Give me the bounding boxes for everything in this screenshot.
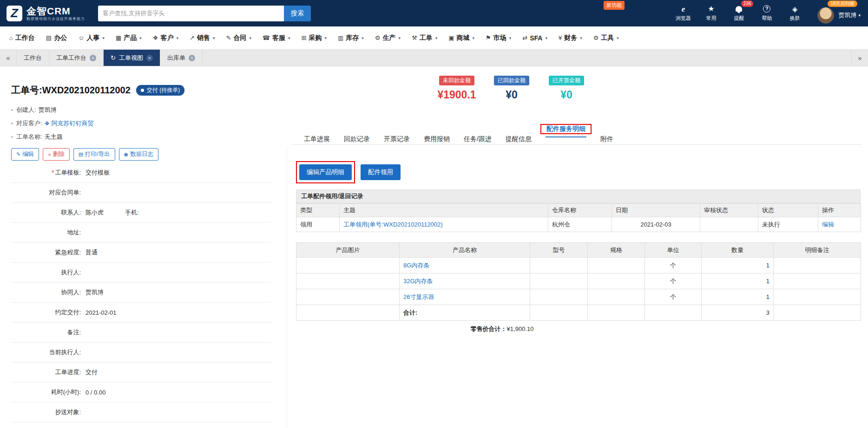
edit-button[interactable]: ✎编辑	[11, 148, 39, 161]
tab-progress[interactable]: 工单进展	[303, 124, 331, 148]
cell-qty: 1	[702, 289, 774, 305]
tabs-scroll-left[interactable]: «	[0, 50, 17, 66]
field-extra-label: 手机:	[125, 208, 139, 217]
nav-item-market[interactable]: ⚑市场▾	[480, 26, 517, 49]
tab-attachments[interactable]: 附件	[599, 124, 614, 148]
product-name-link[interactable]: 8G内存条	[400, 258, 530, 273]
close-icon[interactable]: ×	[90, 55, 96, 61]
nav-item-product[interactable]: ▦产品▾	[110, 26, 147, 49]
tab-invoice-records[interactable]: 开票记录	[383, 124, 411, 148]
meta-creator: 创建人: 贾凯博	[11, 103, 184, 117]
topbar-item-browser[interactable]: e 浏览器	[675, 5, 691, 22]
order-number: 工单号:WXD2021020112002	[11, 84, 131, 97]
retail-total-label: 零售价合计：	[471, 325, 507, 332]
topbar-item-help[interactable]: ? 帮助	[759, 5, 775, 22]
product-name-link[interactable]: 26寸显示器	[400, 289, 530, 305]
user-menu[interactable]: 贾凯博 ▾	[838, 11, 861, 19]
nav-item-inventory[interactable]: ▥库存▾	[332, 26, 369, 49]
nav-item-hr[interactable]: ☺人事▾	[72, 26, 110, 49]
field-value: 普通	[85, 248, 98, 257]
nav-item-mall[interactable]: ▣商城▾	[443, 26, 480, 49]
nav-item-customer[interactable]: ❖客户▾	[147, 26, 184, 49]
shop-icon: ▣	[448, 34, 454, 41]
nav-item-workorder[interactable]: ⚒工单▾	[406, 26, 443, 49]
record-edit-link[interactable]: 编辑	[818, 217, 861, 232]
nav-item-purchase[interactable]: ⊞采购▾	[296, 26, 332, 49]
nav-label: 客服	[272, 34, 285, 42]
tab-workorder-workbench[interactable]: 工单工作台×	[49, 50, 104, 66]
skin-icon: ◈	[792, 6, 798, 13]
search-button[interactable]: 搜索	[284, 6, 311, 21]
topbar-item-reminder[interactable]: 236 提醒	[731, 5, 747, 22]
tab-outbound-order[interactable]: 出库单×	[160, 50, 203, 66]
cell-model	[530, 258, 588, 273]
chevron-down-icon: ▾	[473, 36, 475, 40]
app-logo[interactable]: Z 金智CRM 数据驱动助力企业提升服务能力	[7, 6, 85, 21]
delete-button[interactable]: ×删除	[43, 148, 69, 161]
data-log-button[interactable]: ◉数据日志	[119, 148, 159, 161]
tab-workbench[interactable]: 工作台	[17, 50, 49, 66]
nav-label: 产品	[124, 34, 137, 42]
parts-requisition-button[interactable]: 配件领用	[361, 164, 401, 180]
tab-parts-service-detail[interactable]: 配件服务明细	[546, 114, 586, 137]
chevron-down-icon: ▾	[139, 36, 142, 40]
nav-label: 工具	[601, 34, 614, 42]
nav-item-service[interactable]: ☎客服▾	[257, 26, 296, 49]
nav-item-workbench[interactable]: ⌂工作台	[4, 26, 40, 49]
field-label: 工单进度:	[55, 369, 81, 376]
field-contact: 联系人:陈小虎手机:	[11, 203, 271, 223]
global-search: 搜索	[98, 6, 311, 21]
field-cc: 抄送对象:	[11, 402, 271, 422]
print-export-button[interactable]: ▤打印/导出	[73, 148, 115, 161]
total-qty: 3	[702, 305, 774, 321]
table-row: 26寸显示器 个 1	[296, 289, 861, 305]
tab-tasks[interactable]: 任务/跟进	[463, 124, 493, 148]
nav-item-production[interactable]: ⚙生产▾	[369, 26, 406, 49]
detail-tabs: 工单进展 回款记录 开票记录 费用报销 任务/跟进 提醒信息 配件服务明细 附件	[303, 124, 614, 148]
nav-item-sales[interactable]: ↗销售▾	[184, 26, 220, 49]
topbar-item-skin[interactable]: ◈ 换肤	[787, 5, 802, 22]
nav-item-contract[interactable]: ✎合同▾	[220, 26, 256, 49]
customer-link[interactable]: ❖阿克苏钉钉商贸	[45, 119, 94, 128]
order-actions: ✎编辑 ×删除 ▤打印/导出 ◉数据日志	[11, 148, 184, 161]
cell-image	[296, 258, 400, 273]
avatar[interactable]	[817, 7, 834, 24]
nav-item-office[interactable]: ▤办公	[40, 26, 72, 49]
monitor-icon: ▤	[46, 34, 52, 41]
yuan-icon: ¥	[559, 34, 562, 41]
brand-tagline: 数据驱动助力企业提升服务能力	[26, 17, 85, 21]
dot-icon	[11, 109, 13, 111]
tab-reminders[interactable]: 提醒信息	[505, 124, 533, 148]
amount-label: 已开票金额	[549, 76, 584, 85]
favorites-label: 常用	[706, 15, 716, 22]
tabs-scroll-right[interactable]: »	[851, 50, 868, 66]
tabbar-spacer	[203, 50, 851, 66]
field-contract: 对应合同单:	[11, 183, 271, 203]
brand-name: 金智CRM	[26, 6, 85, 16]
col-qty: 数量	[702, 243, 774, 258]
search-input[interactable]	[98, 6, 284, 21]
field-current-executor: 当前执行人:	[11, 343, 271, 363]
close-icon[interactable]: ×	[146, 55, 153, 61]
nav-label: 工单	[420, 34, 433, 42]
product-name-link[interactable]: 32G内存条	[400, 273, 530, 289]
table-row: 领用 工单领用(单号:WXD2021020112002) 杭州仓 2021-02…	[296, 217, 861, 232]
chevron-down-icon: ▾	[858, 13, 861, 18]
tab-expense[interactable]: 费用报销	[423, 124, 451, 148]
record-subject-link[interactable]: 工单领用(单号:WXD2021020112002)	[340, 217, 548, 232]
nav-item-tools[interactable]: ⚙工具▾	[588, 26, 625, 49]
cell-unit: 个	[645, 258, 702, 273]
required-marker: *	[52, 169, 54, 176]
edit-product-detail-button[interactable]: 编辑产品明细	[299, 164, 352, 180]
field-label: 工单模板:	[55, 169, 81, 176]
amount-value: ¥1900.1	[437, 89, 476, 101]
close-icon[interactable]: ×	[189, 55, 195, 61]
nav-item-sfa[interactable]: ⇄SFA▾	[517, 26, 553, 49]
phone-icon: ☎	[263, 34, 270, 41]
tab-payment-records[interactable]: 回款记录	[343, 124, 371, 148]
tab-workorder-view[interactable]: ↻工单视图×	[104, 50, 160, 66]
cell-spec	[588, 258, 645, 273]
cell-warehouse: 杭州仓	[548, 217, 612, 232]
topbar-item-favorites[interactable]: ★ 常用	[703, 5, 719, 22]
nav-item-finance[interactable]: ¥财务▾	[553, 26, 588, 49]
